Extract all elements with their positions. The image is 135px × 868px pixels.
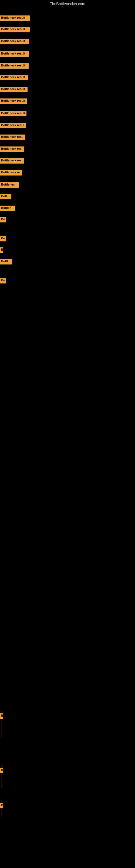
bottleneck-result-label: Bott [0, 194, 11, 199]
bottleneck-result-label: Bottleneck result [0, 63, 29, 69]
chart-bar [2, 765, 2, 786]
bottleneck-result-label: Bottleneck result [0, 27, 30, 32]
bottleneck-result-label: Bottleneck result [0, 75, 28, 80]
bottleneck-result-label: Bottl [0, 259, 12, 265]
bottleneck-result-label: Bottleneck res [0, 147, 24, 152]
bottleneck-result-label: Bottlen [0, 206, 15, 211]
chart-bar [2, 800, 2, 816]
bottleneck-result-label: Bottleneck re [0, 170, 22, 176]
bottleneck-result-label: Bottleneck resu [0, 134, 25, 140]
bottleneck-result-label: Bottleneck result [0, 51, 29, 57]
bottleneck-result-label: B [0, 247, 3, 253]
bottleneck-result-label: Bottleneck res [0, 158, 24, 163]
bottleneck-result-label: Bottleneck result [0, 16, 30, 21]
bottleneck-result-label: Bottlenec [0, 182, 19, 188]
bottleneck-result-label: Bottleneck result [0, 39, 29, 44]
bottleneck-result-label: Bottleneck result [0, 87, 28, 92]
bottleneck-result-label: Bo [0, 278, 6, 283]
bottleneck-result-label: Bottleneck result [0, 111, 27, 116]
bottleneck-result-label: Bo [0, 236, 6, 241]
bottleneck-result-label: Bo [0, 217, 6, 222]
chart-bar [2, 711, 2, 738]
site-title: TheBottlenecker.com [0, 0, 135, 8]
bottleneck-result-label: Bottleneck result [0, 98, 27, 104]
bottleneck-result-label: Bottleneck resul [0, 123, 26, 128]
